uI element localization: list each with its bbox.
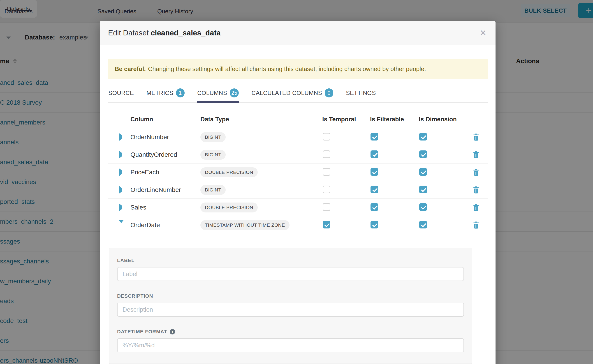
is-temporal-checkbox[interactable] (323, 168, 330, 176)
modal-tabs: SOURCE METRICS 1 COLUMNS 25 CALCULATED C… (108, 86, 488, 103)
table-row: OrderDate TIMESTAMP WITHOUT TIME ZONE (108, 216, 488, 234)
is-temporal-checkbox[interactable] (323, 221, 330, 228)
is-filterable-checkbox[interactable] (370, 221, 378, 228)
caret-right-icon[interactable] (119, 203, 122, 212)
data-type-pill: BIGINT (200, 150, 226, 160)
datetime-format-input[interactable] (117, 338, 464, 352)
modal-title-prefix: Edit Dataset (108, 29, 149, 37)
is-temporal-checkbox[interactable] (323, 133, 330, 141)
is-temporal-checkbox[interactable] (323, 203, 330, 211)
tab-columns[interactable]: COLUMNS 25 (197, 86, 239, 103)
column-name: Sales (130, 204, 200, 211)
is-filterable-checkbox[interactable] (370, 133, 378, 141)
caret-right-icon[interactable] (119, 150, 122, 159)
tab-settings[interactable]: SETTINGS (345, 86, 376, 103)
data-type-pill: DOUBLE PRECISION (200, 167, 258, 177)
tab-source[interactable]: SOURCE (108, 86, 134, 103)
warning-banner: Be careful. Changing these settings will… (108, 59, 488, 79)
tab-columns-label: COLUMNS (197, 90, 227, 97)
columns-count-badge: 25 (230, 88, 239, 98)
label-field-label-text: LABEL (117, 258, 134, 263)
label-input[interactable] (117, 267, 464, 281)
description-field-label-text: DESCRIPTION (117, 293, 153, 299)
datetime-format-label-text: DATETIME FORMAT (117, 329, 167, 335)
caret-right-icon[interactable] (119, 133, 122, 141)
is-dimension-checkbox[interactable] (419, 150, 427, 158)
column-name: QuantityOrdered (130, 151, 200, 158)
info-icon[interactable]: i (170, 329, 175, 334)
table-row: OrderNumber BIGINT (108, 128, 488, 146)
modal-title: Edit Dataset cleaned_sales_data (108, 29, 221, 37)
column-name: OrderNumber (130, 134, 200, 141)
column-name: OrderLineNumber (130, 186, 200, 194)
close-icon[interactable]: ✕ (480, 29, 487, 37)
is-temporal-checkbox[interactable] (323, 150, 330, 158)
table-row: Sales DOUBLE PRECISION (108, 199, 488, 216)
is-dimension-checkbox[interactable] (419, 221, 427, 228)
trash-icon[interactable] (473, 204, 480, 211)
column-header: Column (130, 116, 200, 123)
trash-icon[interactable] (473, 169, 480, 176)
description-field-group: DESCRIPTION (117, 293, 464, 317)
data-type-pill: BIGINT (200, 132, 226, 142)
description-field-label: DESCRIPTION (117, 293, 464, 299)
modal-header: Edit Dataset cleaned_sales_data ✕ (100, 21, 495, 45)
caret-right-icon[interactable] (119, 168, 122, 176)
is-filterable-header: Is Filterable (370, 116, 419, 123)
modal-body: Be careful. Changing these settings will… (100, 59, 495, 364)
is-dimension-checkbox[interactable] (419, 186, 427, 193)
data-type-pill: BIGINT (200, 185, 226, 195)
description-input[interactable] (117, 303, 464, 317)
warning-banner-bold: Be careful. (115, 66, 146, 73)
calculated-columns-count-badge: 0 (325, 88, 333, 98)
is-filterable-checkbox[interactable] (370, 168, 378, 176)
caret-down-icon[interactable] (119, 220, 124, 227)
page: Databases Datasets Saved Queries Query H… (0, 0, 593, 364)
tab-source-label: SOURCE (108, 90, 134, 97)
is-filterable-checkbox[interactable] (370, 186, 378, 193)
is-temporal-checkbox[interactable] (323, 186, 330, 193)
is-filterable-checkbox[interactable] (370, 150, 378, 158)
data-type-pill: DOUBLE PRECISION (200, 202, 258, 212)
is-dimension-header: Is Dimension (419, 116, 468, 123)
trash-icon[interactable] (473, 186, 480, 194)
is-dimension-checkbox[interactable] (419, 168, 427, 176)
table-row: QuantityOrdered BIGINT (108, 146, 488, 163)
data-type-pill: TIMESTAMP WITHOUT TIME ZONE (200, 220, 290, 230)
column-detail-panel: LABEL DESCRIPTION DATETIME FORMAT i (109, 248, 472, 364)
warning-banner-text: Changing these settings will affect all … (148, 66, 426, 73)
edit-dataset-modal: Edit Dataset cleaned_sales_data ✕ Be car… (100, 21, 495, 364)
tab-metrics[interactable]: METRICS 1 (146, 86, 185, 103)
data-type-header: Data Type (200, 116, 322, 123)
caret-right-icon[interactable] (119, 186, 122, 194)
trash-icon[interactable] (473, 151, 480, 158)
column-name: PriceEach (130, 169, 200, 176)
columns-table-header: Column Data Type Is Temporal Is Filterab… (108, 111, 488, 128)
tab-calculated-columns[interactable]: CALCULATED COLUMNS 0 (251, 86, 334, 103)
tab-metrics-label: METRICS (146, 90, 173, 97)
trash-icon[interactable] (473, 134, 480, 141)
is-temporal-header: Is Temporal (322, 116, 370, 123)
label-field-group: LABEL (117, 258, 464, 281)
tab-calculated-columns-label: CALCULATED COLUMNS (251, 90, 322, 97)
is-dimension-checkbox[interactable] (419, 133, 427, 141)
table-row: PriceEach DOUBLE PRECISION (108, 163, 488, 181)
modal-title-dataset-name: cleaned_sales_data (151, 29, 221, 37)
trash-icon[interactable] (473, 221, 480, 229)
table-row: OrderLineNumber BIGINT (108, 181, 488, 199)
is-dimension-checkbox[interactable] (419, 203, 427, 211)
column-name: OrderDate (130, 221, 200, 229)
metrics-count-badge: 1 (176, 88, 184, 98)
datetime-format-field-label: DATETIME FORMAT i (117, 329, 464, 335)
is-filterable-checkbox[interactable] (370, 203, 378, 211)
tab-settings-label: SETTINGS (346, 90, 376, 97)
datetime-format-field-group: DATETIME FORMAT i (117, 329, 464, 352)
label-field-label: LABEL (117, 258, 464, 263)
